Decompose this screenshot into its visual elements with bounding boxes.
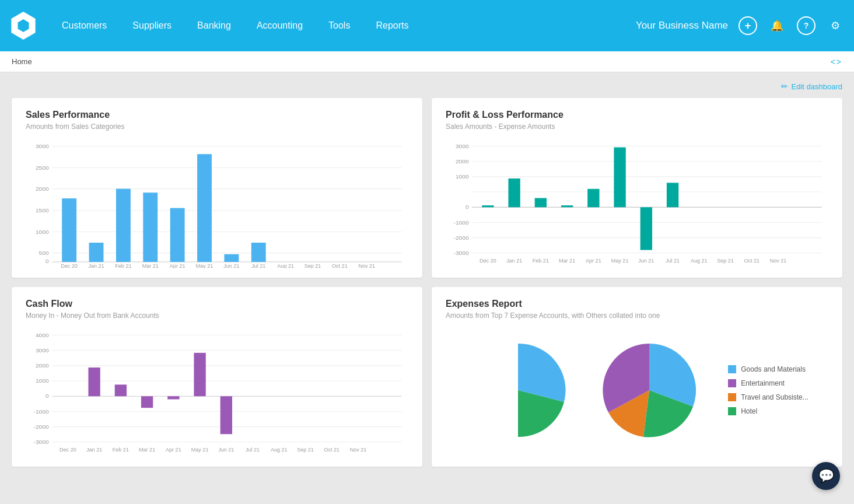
sales-title: Sales Performance <box>26 110 408 120</box>
notifications-button[interactable]: 🔔 <box>768 16 786 35</box>
svg-text:May 21: May 21 <box>196 263 214 268</box>
svg-text:0: 0 <box>46 393 49 400</box>
svg-text:1500: 1500 <box>36 207 49 214</box>
svg-rect-101 <box>167 396 179 399</box>
add-button[interactable]: + <box>738 16 757 35</box>
svg-rect-22 <box>170 208 185 262</box>
svg-rect-60 <box>614 148 625 208</box>
svg-rect-14 <box>62 198 76 262</box>
nav-suppliers[interactable]: Suppliers <box>120 0 184 51</box>
svg-text:3000: 3000 <box>36 347 49 354</box>
svg-text:1000: 1000 <box>36 229 49 235</box>
svg-text:Jun 21: Jun 21 <box>223 263 239 268</box>
nav-accounting[interactable]: Accounting <box>244 0 316 51</box>
chat-icon: 💬 <box>818 468 834 484</box>
nav-banking[interactable]: Banking <box>184 0 244 51</box>
svg-text:Apr 21: Apr 21 <box>586 258 601 264</box>
svg-rect-100 <box>141 396 153 408</box>
settings-button[interactable]: ⚙ <box>826 16 845 35</box>
svg-text:Feb 21: Feb 21 <box>115 263 131 268</box>
svg-text:Jan 21: Jan 21 <box>88 263 104 268</box>
svg-text:Jul 21: Jul 21 <box>666 258 680 264</box>
svg-text:Aug 21: Aug 21 <box>277 263 294 268</box>
svg-text:Jan 21: Jan 21 <box>506 258 522 264</box>
edit-dashboard-button[interactable]: ✏ Edit dashboard <box>781 82 842 91</box>
business-name: Your Business Name <box>636 20 728 32</box>
svg-text:Nov 21: Nov 21 <box>770 258 787 264</box>
svg-rect-56 <box>561 205 573 207</box>
svg-text:Feb 21: Feb 21 <box>533 258 549 264</box>
nav-right: Your Business Name + 🔔 ? ⚙ <box>636 16 845 35</box>
svg-rect-16 <box>89 243 104 262</box>
logo-inner <box>17 19 30 32</box>
legend-item-hotel: Hotel <box>728 407 808 415</box>
legend-color-goods <box>728 365 736 373</box>
logo[interactable] <box>9 12 37 40</box>
svg-rect-103 <box>220 396 232 434</box>
breadcrumb-arrows[interactable]: <> <box>831 57 842 66</box>
legend-label-travel: Travel and Subsiste... <box>741 393 808 401</box>
svg-text:-2000: -2000 <box>454 235 470 241</box>
svg-rect-62 <box>640 207 652 250</box>
pnl-card: Profit & Loss Performance Sales Amounts … <box>432 98 842 278</box>
cashflow-card: Cash Flow Money In - Money Out from Bank… <box>12 287 422 467</box>
chat-button[interactable]: 💬 <box>812 462 840 490</box>
svg-text:Mar 21: Mar 21 <box>559 258 575 264</box>
expenses-chart-area: Goods and Materials Entertainment Travel… <box>446 329 828 452</box>
svg-text:3000: 3000 <box>456 143 469 149</box>
svg-text:Aug 21: Aug 21 <box>271 447 288 453</box>
svg-rect-54 <box>535 198 547 208</box>
svg-rect-98 <box>88 368 100 396</box>
svg-text:Dec 20: Dec 20 <box>480 258 496 264</box>
svg-text:-1000: -1000 <box>454 219 470 226</box>
nav-customers[interactable]: Customers <box>49 0 120 51</box>
nav-reports[interactable]: Reports <box>363 0 421 51</box>
svg-rect-64 <box>667 183 678 207</box>
legend-label-entertainment: Entertainment <box>741 379 785 387</box>
svg-text:-2000: -2000 <box>34 424 50 430</box>
help-button[interactable]: ? <box>797 16 816 35</box>
svg-text:Oct 21: Oct 21 <box>324 447 340 453</box>
svg-text:4000: 4000 <box>36 332 49 338</box>
legend-color-entertainment <box>728 379 736 387</box>
svg-text:Apr 21: Apr 21 <box>170 263 186 268</box>
nav-tools[interactable]: Tools <box>316 0 363 51</box>
edit-icon: ✏ <box>781 82 788 91</box>
navbar: Customers Suppliers Banking Accounting T… <box>0 0 854 51</box>
svg-text:-1000: -1000 <box>34 408 50 415</box>
svg-text:Sep 21: Sep 21 <box>304 263 321 268</box>
svg-text:-3000: -3000 <box>454 250 470 256</box>
legend-label-goods: Goods and Materials <box>741 365 806 373</box>
pnl-chart: 3000 2000 1000 0 -1000 -2000 -3000 Dec 2… <box>446 140 828 268</box>
svg-text:Oct 21: Oct 21 <box>332 263 348 268</box>
svg-text:Sep 21: Sep 21 <box>297 447 314 453</box>
svg-text:Aug 21: Aug 21 <box>691 258 708 264</box>
cashflow-subtitle: Money In - Money Out from Bank Accounts <box>26 312 408 320</box>
svg-rect-102 <box>194 353 205 396</box>
svg-text:Mar 21: Mar 21 <box>142 263 159 268</box>
svg-text:Jun 21: Jun 21 <box>638 258 654 264</box>
svg-text:Oct 21: Oct 21 <box>744 258 760 264</box>
breadcrumb-home[interactable]: Home <box>12 57 32 66</box>
legend-color-hotel <box>728 407 736 415</box>
svg-text:2000: 2000 <box>456 158 469 164</box>
svg-text:Apr 21: Apr 21 <box>166 447 181 453</box>
cashflow-svg: 4000 3000 2000 1000 0 -1000 -2000 -3000 … <box>26 329 408 457</box>
pnl-subtitle: Sales Amounts - Expense Amounts <box>446 123 828 131</box>
svg-text:Jun 21: Jun 21 <box>218 447 234 453</box>
edit-dashboard-row: ✏ Edit dashboard <box>12 82 842 91</box>
sales-performance-card: Sales Performance Amounts from Sales Cat… <box>12 98 422 278</box>
svg-text:500: 500 <box>39 250 49 256</box>
svg-text:0: 0 <box>466 204 469 211</box>
svg-text:Dec 20: Dec 20 <box>60 447 76 453</box>
svg-text:Feb 21: Feb 21 <box>113 447 129 453</box>
sales-svg: 3000 2500 2000 1500 1000 500 0 Dec 20 Ja… <box>26 140 408 268</box>
expenses-pie-2 <box>594 335 705 446</box>
svg-text:3000: 3000 <box>36 143 49 149</box>
nav-links: Customers Suppliers Banking Accounting T… <box>49 0 636 51</box>
pie-legend: Goods and Materials Entertainment Travel… <box>728 365 808 415</box>
svg-rect-58 <box>587 189 599 207</box>
svg-rect-50 <box>482 205 494 207</box>
dashboard-grid: Sales Performance Amounts from Sales Cat… <box>12 98 842 467</box>
expenses-pie <box>466 338 570 443</box>
